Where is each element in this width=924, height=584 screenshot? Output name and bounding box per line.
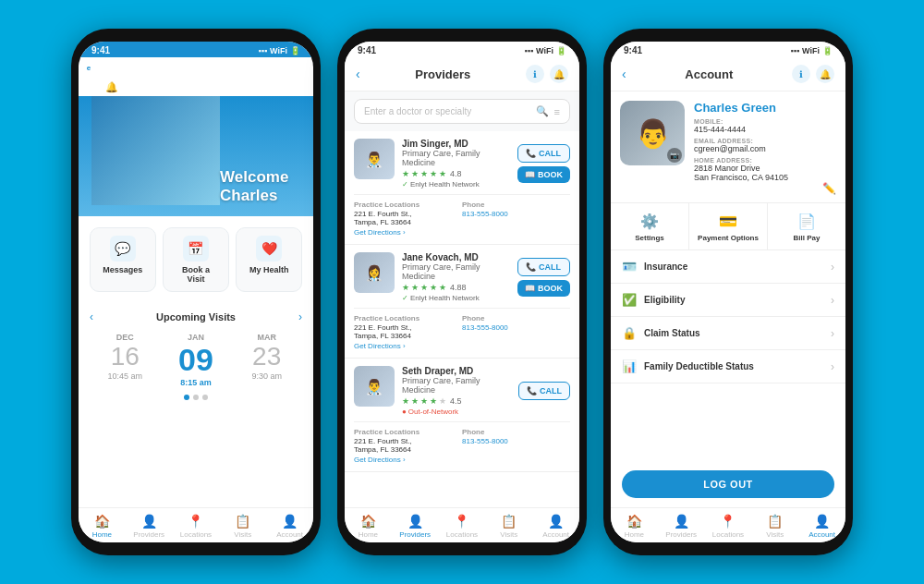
nav-providers[interactable]: 👤 Providers [126, 514, 173, 539]
visit-jan: JAN 09 8:15 am [161, 333, 232, 387]
search-input[interactable]: Enter a doctor or specialty [364, 106, 530, 116]
phone-value-singer[interactable]: 813-555-8000 [462, 210, 570, 218]
nav-locations-p[interactable]: 📍 Locations [439, 514, 486, 539]
phone-col-draper: Phone 813-555-8000 [462, 428, 570, 464]
provider-card-draper: 👨‍⚕️ Seth Draper, MD Primary Care, Famil… [345, 359, 579, 472]
nav-providers-icon-p: 👤 [407, 514, 423, 529]
location-col-draper: Practice Locations 221 E. Fourth St.,Tam… [354, 428, 462, 464]
nav-account-icon-a: 👤 [814, 514, 830, 529]
notification-icon-account[interactable]: 🔔 [816, 65, 834, 83]
provider-stars-draper: ★ ★ ★ ★ ★ 4.5 [402, 396, 511, 406]
provider-info-kovach: Jane Kovach, MD Primary Care, Family Med… [402, 252, 510, 302]
book-button-singer[interactable]: 📖 BOOK [517, 166, 570, 183]
provider-photo-draper: 👨‍⚕️ [354, 366, 395, 407]
hero-banner: Welcome Charles [79, 96, 313, 216]
billpay-label: Bill Pay [794, 234, 821, 242]
nav-providers-label: Providers [133, 530, 164, 539]
network-out-icon: ● [402, 408, 407, 416]
dstar3: ★ [420, 396, 428, 406]
filter-icon[interactable]: ≡ [554, 106, 560, 117]
nav-visits[interactable]: 📋 Visits [219, 514, 266, 539]
search-icon: 🔍 [536, 105, 549, 117]
insurance-icon: 🪪 [622, 260, 637, 274]
network-text-draper: Out-of-Network [408, 408, 458, 416]
profile-name: Charles Green [694, 101, 836, 115]
nav-account-p[interactable]: 👤 Account [532, 514, 579, 539]
nav-providers-a[interactable]: 👤 Providers [658, 514, 705, 539]
payment-tile[interactable]: 💳 Payment Options [689, 203, 768, 249]
email-row: EMAIL ADDRESS: cgreen@gmail.com [694, 138, 836, 153]
dstar5: ★ [439, 396, 446, 406]
nav-providers-p[interactable]: 👤 Providers [392, 514, 439, 539]
next-visit-arrow[interactable]: › [298, 310, 302, 323]
nav-home-a[interactable]: 🏠 Home [611, 514, 658, 539]
dstar4: ★ [430, 396, 437, 406]
nav-visits-a[interactable]: 📋 Visits [751, 514, 798, 539]
provider-top-draper: 👨‍⚕️ Seth Draper, MD Primary Care, Famil… [354, 366, 570, 416]
messages-button[interactable]: 💬 Messages [90, 227, 156, 292]
info-icon[interactable]: ℹ [79, 78, 97, 96]
insurance-accordion[interactable]: 🪪 Insurance › [611, 250, 845, 284]
status-bar-providers: 9:41 ▪▪▪ WiFi 🔋 [345, 42, 579, 57]
book-visit-button[interactable]: 📅 Book a Visit [163, 227, 229, 292]
providers-header-icons: ℹ 🔔 [526, 65, 568, 83]
ph-value-draper[interactable]: 813-555-8000 [462, 437, 570, 445]
bottom-nav-providers: 🏠 Home 👤 Providers 📍 Locations 📋 Visits … [345, 507, 579, 542]
logout-button[interactable]: LOG OUT [622, 470, 834, 498]
signal-icon: ▪▪▪ [259, 46, 268, 55]
call-button-singer[interactable]: 📞 CALL [517, 144, 570, 163]
camera-icon[interactable]: 📷 [667, 148, 682, 163]
prev-visit-arrow[interactable]: ‹ [90, 310, 93, 323]
notification-icon[interactable]: 🔔 [103, 78, 121, 96]
info-icon-providers[interactable]: ℹ [526, 65, 544, 83]
directions-singer[interactable]: Get Directions › [354, 228, 462, 237]
nav-home[interactable]: 🏠 Home [79, 514, 126, 539]
nav-locations[interactable]: 📍 Locations [173, 514, 220, 539]
nav-account-a[interactable]: 👤 Account [798, 514, 845, 539]
my-health-button[interactable]: ❤️ My Health [236, 227, 302, 292]
nav-locations-a[interactable]: 📍 Locations [705, 514, 752, 539]
call-button-kovach[interactable]: 📞 CALL [517, 258, 570, 276]
call-button-draper[interactable]: 📞 CALL [518, 382, 570, 400]
claim-status-accordion[interactable]: 🔒 Claim Status › [611, 317, 845, 350]
book-visit-icon: 📅 [183, 236, 209, 262]
dstar2: ★ [411, 396, 419, 406]
mobile-label: MOBILE: [694, 118, 836, 125]
profile-photo: 👨 📷 [620, 101, 685, 165]
address-row: HOME ADDRESS: 2818 Manor DriveSan Franci… [694, 157, 836, 182]
nav-home-p[interactable]: 🏠 Home [345, 514, 392, 539]
nav-visits-p[interactable]: 📋 Visits [485, 514, 532, 539]
providers-title: Providers [360, 67, 526, 81]
search-bar[interactable]: Enter a doctor or specialty 🔍 ≡ [354, 99, 570, 124]
logo-text: enlyt health [103, 61, 166, 75]
nav-account-label-p: Account [542, 530, 569, 539]
my-health-icon: ❤️ [256, 236, 282, 262]
dstar1: ★ [402, 396, 409, 406]
loc-label-kovach: Practice Locations [354, 314, 462, 322]
deductible-accordion[interactable]: 📊 Family Deductible Status › [611, 350, 845, 383]
info-icon-account[interactable]: ℹ [792, 65, 810, 83]
book-button-kovach[interactable]: 📖 BOOK [517, 280, 570, 297]
edit-icon[interactable]: ✏️ [822, 182, 836, 195]
signal-icon-p: ▪▪▪ [525, 46, 534, 55]
nav-providers-label-a: Providers [665, 530, 697, 539]
directions-draper[interactable]: Get Directions › [354, 456, 462, 464]
provider-top-singer: 👨‍⚕️ Jim Singer, MD Primary Care, Family… [354, 139, 570, 189]
visit-day-dec: 16 [90, 342, 161, 371]
rating-singer: 4.8 [450, 169, 462, 178]
ph-value-kovach[interactable]: 813-555-8000 [462, 323, 570, 332]
settings-label: Settings [635, 234, 664, 242]
settings-tile[interactable]: ⚙️ Settings [611, 203, 689, 249]
mobile-value: 415-444-4444 [694, 125, 836, 134]
nav-home-icon-a: 🏠 [626, 514, 642, 529]
billpay-tile[interactable]: 📄 Bill Pay [768, 203, 845, 249]
network-badge-draper: ● Out-of-Network [402, 408, 511, 416]
eligibility-accordion[interactable]: ✅ Eligibility › [611, 284, 845, 317]
visits-header: ‹ Upcoming Visits › [90, 310, 302, 323]
notification-icon-providers[interactable]: 🔔 [550, 65, 568, 83]
nav-account[interactable]: 👤 Account [266, 514, 313, 539]
account-header: ‹ Account ℹ 🔔 [611, 57, 845, 91]
accordion-list: 🪪 Insurance › ✅ Eligibility › 🔒 Claim St… [611, 250, 845, 461]
directions-kovach[interactable]: Get Directions › [354, 342, 462, 350]
dot-3 [202, 395, 208, 400]
